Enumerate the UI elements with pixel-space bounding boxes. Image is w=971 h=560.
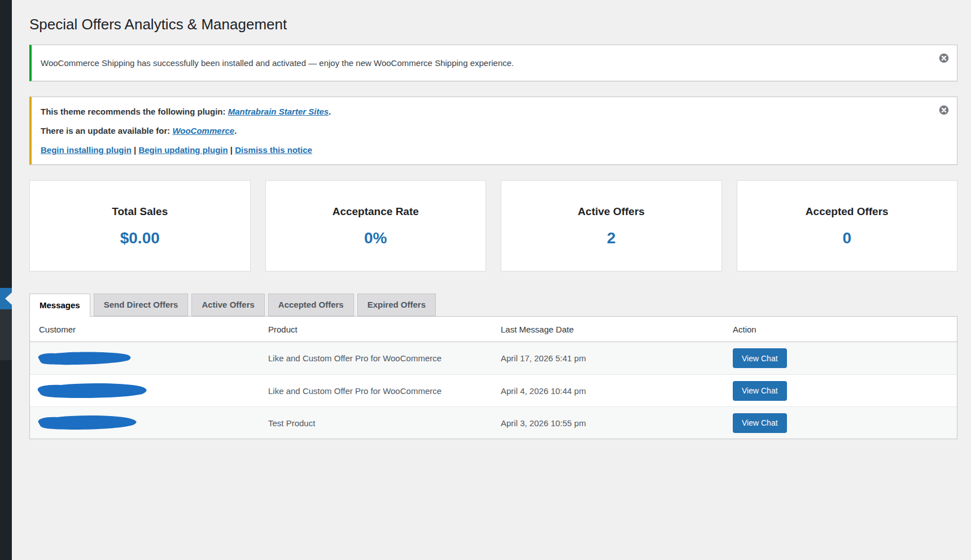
begin-updating-plugin-link[interactable]: Begin updating plugin	[138, 145, 228, 155]
messages-table: Customer Product Last Message Date Actio…	[29, 316, 957, 439]
view-chat-button[interactable]: View Chat	[733, 413, 787, 433]
view-chat-button[interactable]: View Chat	[733, 348, 787, 368]
circle-x-icon	[939, 53, 949, 63]
tab-bar: Messages Send Direct Offers Active Offer…	[29, 294, 957, 316]
stat-value: 0	[842, 230, 851, 246]
stat-card-active-offers: Active Offers 2	[501, 180, 722, 272]
column-header-product: Product	[268, 325, 501, 334]
cell-date: April 17, 2026 5:41 pm	[501, 353, 733, 363]
customer-redaction-scribble	[33, 351, 134, 366]
begin-installing-plugin-link[interactable]: Begin installing plugin	[41, 145, 132, 155]
stat-cards: Total Sales $0.00 Acceptance Rate 0% Act…	[29, 180, 957, 272]
notice-warning-line2-text: There is an update available for:	[41, 126, 172, 135]
cell-customer	[30, 351, 268, 366]
dismiss-button[interactable]	[939, 105, 949, 115]
stat-value: $0.00	[120, 230, 160, 246]
stat-card-acceptance-rate: Acceptance Rate 0%	[265, 180, 487, 272]
tab-messages[interactable]: Messages	[29, 294, 90, 317]
table-row: Test Product April 3, 2026 10:55 pm View…	[30, 406, 957, 439]
notice-warning: This theme recommends the following plug…	[29, 97, 957, 165]
table-header-row: Customer Product Last Message Date Actio…	[30, 317, 957, 342]
link-separator: |	[132, 145, 139, 155]
stat-label: Acceptance Rate	[333, 205, 419, 218]
cell-product: Like and Custom Offer Pro for WooCommerc…	[268, 353, 501, 363]
notice-success-text: WooCommerce Shipping has successfully be…	[41, 57, 931, 69]
stat-label: Accepted Offers	[806, 205, 889, 218]
dismiss-button[interactable]	[939, 53, 949, 63]
stat-label: Total Sales	[112, 205, 168, 218]
cell-customer	[30, 414, 268, 431]
stat-card-accepted-offers: Accepted Offers 0	[737, 180, 958, 272]
circle-x-icon	[939, 105, 949, 115]
stat-label: Active Offers	[578, 205, 645, 218]
tab-expired-offers[interactable]: Expired Offers	[357, 294, 436, 316]
customer-redaction-scribble	[33, 414, 138, 431]
stat-card-total-sales: Total Sales $0.00	[29, 180, 251, 272]
notice-warning-line1: This theme recommends the following plug…	[41, 106, 931, 117]
cell-date: April 3, 2026 10:55 pm	[501, 418, 733, 428]
stat-value: 0%	[364, 230, 387, 246]
notice-warning-line2: There is an update available for: WooCom…	[41, 125, 931, 137]
link-separator: |	[228, 145, 235, 155]
notice-warning-actions: Begin installing plugin | Begin updating…	[41, 144, 931, 156]
tab-send-direct-offers[interactable]: Send Direct Offers	[94, 294, 189, 316]
cell-date: April 4, 2026 10:44 pm	[501, 386, 733, 396]
admin-sidebar	[0, 0, 12, 560]
view-chat-button[interactable]: View Chat	[733, 381, 787, 401]
table-body: Like and Custom Offer Pro for WooCommerc…	[30, 342, 957, 439]
main-content: Special Offers Analytics & Management Wo…	[12, 0, 971, 560]
tab-accepted-offers[interactable]: Accepted Offers	[268, 294, 354, 316]
table-row: Like and Custom Offer Pro for WooCommerc…	[30, 342, 957, 374]
admin-menu-active-item[interactable]	[0, 288, 12, 309]
collapse-arrow-icon	[5, 292, 12, 305]
cell-product: Test Product	[268, 418, 501, 428]
column-header-action: Action	[733, 325, 957, 334]
customer-redaction-scribble	[33, 382, 149, 399]
cell-action: View Chat	[733, 413, 957, 433]
page-title: Special Offers Analytics & Management	[29, 15, 957, 34]
column-header-last-message-date: Last Message Date	[501, 325, 733, 334]
table-row: Like and Custom Offer Pro for WooCommerc…	[30, 374, 957, 406]
cell-action: View Chat	[733, 348, 957, 368]
dismiss-this-notice-link[interactable]: Dismiss this notice	[235, 145, 312, 155]
recommended-plugin-link[interactable]: Mantrabrain Starter Sites	[228, 107, 329, 116]
notice-warning-line1-text: This theme recommends the following plug…	[41, 107, 228, 116]
stat-value: 2	[607, 230, 616, 246]
notice-warning-line1-period: .	[329, 107, 331, 116]
cell-action: View Chat	[733, 381, 957, 401]
update-plugin-link[interactable]: WooCommerce	[172, 126, 234, 135]
notice-success: WooCommerce Shipping has successfully be…	[29, 45, 957, 81]
admin-menu-submenu-highlight	[0, 309, 12, 360]
column-header-customer: Customer	[30, 325, 268, 334]
notice-warning-line2-period: .	[234, 126, 237, 135]
cell-customer	[30, 382, 268, 399]
tab-active-offers[interactable]: Active Offers	[191, 294, 264, 316]
cell-product: Like and Custom Offer Pro for WooCommerc…	[268, 386, 501, 396]
